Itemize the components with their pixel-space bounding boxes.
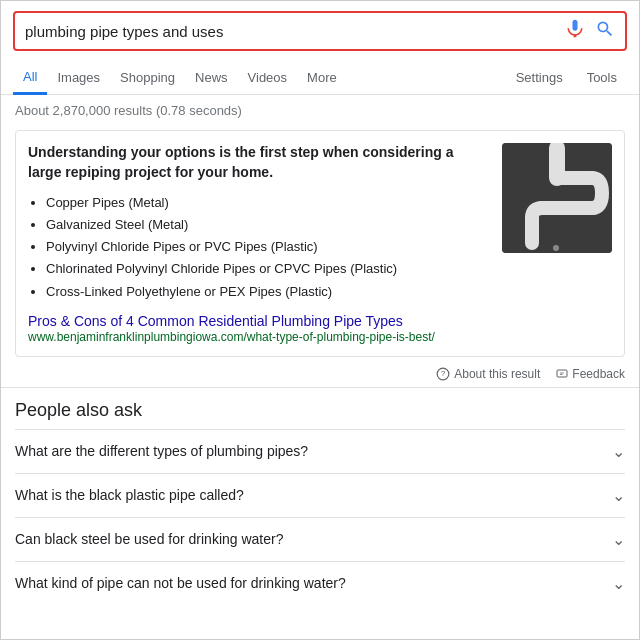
search-bar	[13, 11, 627, 51]
paa-question-1: What are the different types of plumbing…	[15, 443, 308, 459]
tab-settings[interactable]: Settings	[506, 62, 573, 93]
result-headline: Understanding your options is the first …	[28, 143, 490, 182]
bullet-item-1: Copper Pipes (Metal)	[46, 192, 490, 214]
result-image	[502, 143, 612, 253]
search-icon[interactable]	[595, 19, 615, 43]
bullet-item-2: Galvanized Steel (Metal)	[46, 214, 490, 236]
feedback-label: Feedback	[572, 367, 625, 381]
about-this-result[interactable]: ? About this result	[436, 367, 540, 381]
result-link[interactable]: Pros & Cons of 4 Common Residential Plum…	[28, 313, 612, 329]
tab-all[interactable]: All	[13, 61, 47, 95]
bullet-item-4: Chlorinated Polyvinyl Chloride Pipes or …	[46, 258, 490, 280]
results-info: About 2,870,000 results (0.78 seconds)	[1, 95, 639, 126]
paa-item-2[interactable]: What is the black plastic pipe called? ⌄	[15, 473, 625, 517]
result-text-area: Understanding your options is the first …	[28, 143, 490, 303]
search-bar-container	[1, 1, 639, 51]
search-input[interactable]	[25, 23, 565, 40]
tab-shopping[interactable]: Shopping	[110, 62, 185, 93]
source-link-area: Pros & Cons of 4 Common Residential Plum…	[28, 313, 612, 344]
paa-item-3[interactable]: Can black steel be used for drinking wat…	[15, 517, 625, 561]
about-row: ? About this result Feedback	[1, 361, 639, 388]
chevron-down-icon-1: ⌄	[612, 442, 625, 461]
paa-item-4[interactable]: What kind of pipe can not be used for dr…	[15, 561, 625, 605]
microphone-icon[interactable]	[565, 19, 585, 43]
paa-item-1[interactable]: What are the different types of plumbing…	[15, 429, 625, 473]
feedback-icon	[556, 368, 568, 380]
source-url: www.benjaminfranklinplumbingiowa.com/wha…	[28, 330, 612, 344]
paa-question-4: What kind of pipe can not be used for dr…	[15, 575, 346, 591]
tab-tools[interactable]: Tools	[577, 62, 627, 93]
feedback-button[interactable]: Feedback	[556, 367, 625, 381]
bullet-item-5: Cross-Linked Polyethylene or PEX Pipes (…	[46, 281, 490, 303]
search-icons	[565, 19, 615, 43]
bullet-item-3: Polyvinyl Chloride Pipes or PVC Pipes (P…	[46, 236, 490, 258]
svg-point-5	[553, 245, 559, 251]
result-card-inner: Understanding your options is the first …	[28, 143, 612, 303]
tab-images[interactable]: Images	[47, 62, 110, 93]
chevron-down-icon-3: ⌄	[612, 530, 625, 549]
tab-news[interactable]: News	[185, 62, 238, 93]
paa-question-3: Can black steel be used for drinking wat…	[15, 531, 283, 547]
svg-rect-8	[557, 370, 567, 377]
nav-right: Settings Tools	[506, 62, 627, 93]
paa-title: People also ask	[15, 400, 625, 421]
chevron-down-icon-4: ⌄	[612, 574, 625, 593]
svg-text:?: ?	[441, 369, 445, 378]
paa-section: People also ask What are the different t…	[1, 388, 639, 605]
result-card: Understanding your options is the first …	[15, 130, 625, 357]
nav-tabs: All Images Shopping News Videos More Set…	[1, 57, 639, 95]
about-label: About this result	[454, 367, 540, 381]
chevron-down-icon-2: ⌄	[612, 486, 625, 505]
bullet-list: Copper Pipes (Metal) Galvanized Steel (M…	[28, 192, 490, 302]
tab-videos[interactable]: Videos	[238, 62, 298, 93]
info-icon: ?	[436, 367, 450, 381]
paa-question-2: What is the black plastic pipe called?	[15, 487, 244, 503]
tab-more[interactable]: More	[297, 62, 347, 93]
